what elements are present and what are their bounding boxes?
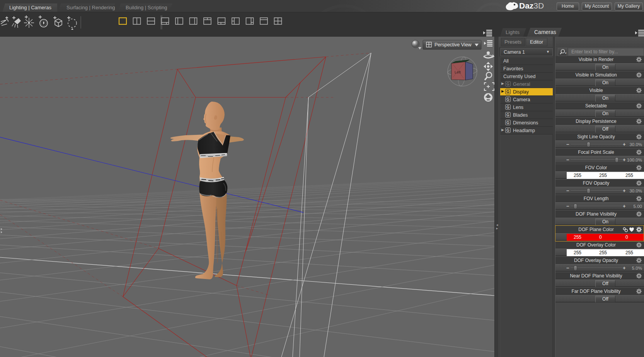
svg-text:Left: Left [455,70,461,75]
svg-text:Perspective View: Perspective View [434,42,472,48]
